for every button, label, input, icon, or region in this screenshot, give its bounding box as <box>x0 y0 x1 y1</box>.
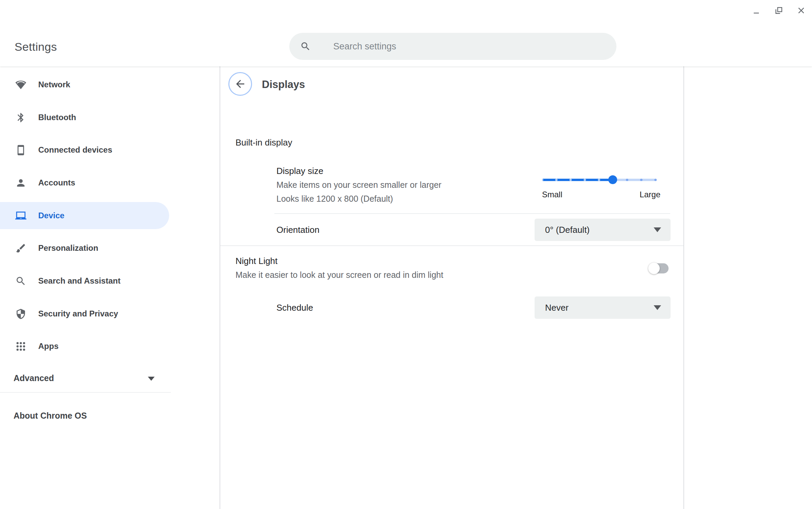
sidebar-divider <box>0 392 171 393</box>
advanced-expander[interactable]: Advanced <box>0 366 171 390</box>
search-icon <box>300 41 311 52</box>
minimize-icon <box>752 6 761 16</box>
schedule-value: Never <box>545 303 568 313</box>
restore-button[interactable] <box>771 3 787 19</box>
slider-ticks <box>542 175 655 184</box>
shield-icon <box>15 308 26 319</box>
orientation-label: Orientation <box>276 225 319 235</box>
section-title: Built-in display <box>235 137 292 148</box>
schedule-label: Schedule <box>276 303 313 313</box>
smartphone-icon <box>15 145 26 156</box>
dropdown-arrow-icon <box>654 305 661 310</box>
sidebar-item-label: Personalization <box>38 243 98 253</box>
sidebar-item-network[interactable]: Network <box>0 71 169 98</box>
sidebar-item-apps[interactable]: Apps <box>0 333 169 360</box>
slider-labels: Small Large <box>542 190 660 199</box>
search-input[interactable] <box>333 33 597 60</box>
minimize-button[interactable] <box>748 3 765 19</box>
person-icon <box>15 177 26 189</box>
search-bar[interactable] <box>289 33 616 60</box>
display-size-resolution: Looks like 1200 x 800 (Default) <box>276 194 393 204</box>
schedule-select[interactable]: Never <box>535 296 671 319</box>
sidebar-item-label: Apps <box>38 341 59 351</box>
sidebar-item-bluetooth[interactable]: Bluetooth <box>0 104 169 131</box>
restore-icon <box>774 6 784 16</box>
display-size-description: Make items on your screen smaller or lar… <box>276 180 442 190</box>
laptop-icon <box>15 210 26 221</box>
sidebar-item-security-and-privacy[interactable]: Security and Privacy <box>0 300 169 327</box>
content-card: Displays Built-in display Display size M… <box>220 66 684 509</box>
settings-window: Settings Network Bluetooth Connected dev… <box>0 0 812 509</box>
bluetooth-icon <box>15 112 26 123</box>
night-light-description: Make it easier to look at your screen or… <box>235 270 443 280</box>
sidebar-item-about-chrome-os[interactable]: About Chrome OS <box>0 404 171 427</box>
page-title: Displays <box>262 79 305 91</box>
sidebar-item-connected-devices[interactable]: Connected devices <box>0 136 169 163</box>
wifi-icon <box>15 79 26 90</box>
advanced-label: Advanced <box>14 373 54 383</box>
sidebar-item-label: Search and Assistant <box>38 276 120 286</box>
app-title: Settings <box>15 40 57 53</box>
sidebar-item-label: Network <box>38 80 70 89</box>
sidebar-item-label: Device <box>38 211 64 220</box>
back-button[interactable] <box>228 72 252 96</box>
sidebar-item-label: Connected devices <box>38 145 112 155</box>
about-label: About Chrome OS <box>14 411 87 421</box>
section-divider <box>220 245 683 246</box>
orientation-select[interactable]: 0° (Default) <box>535 219 671 241</box>
close-icon <box>796 6 806 16</box>
search-icon <box>15 275 26 287</box>
toggle-knob <box>648 263 660 274</box>
orientation-value: 0° (Default) <box>545 225 590 235</box>
sidebar-item-device[interactable]: Device <box>0 202 169 229</box>
sidebar-item-accounts[interactable]: Accounts <box>0 169 169 196</box>
display-size-slider: Small Large <box>542 175 660 199</box>
sidebar-item-search-and-assistant[interactable]: Search and Assistant <box>0 267 169 294</box>
sidebar-item-label: Bluetooth <box>38 113 76 122</box>
slider-rail[interactable] <box>542 175 660 184</box>
header: Settings <box>0 0 812 66</box>
arrow-back-icon <box>234 78 246 90</box>
sidebar-item-label: Security and Privacy <box>38 309 118 318</box>
sidebar: Network Bluetooth Connected devices Acco… <box>0 66 220 509</box>
dropdown-arrow-icon <box>654 227 661 232</box>
sidebar-item-personalization[interactable]: Personalization <box>0 235 169 262</box>
slider-max-label: Large <box>640 190 660 199</box>
window-controls <box>748 3 809 19</box>
chevron-down-icon <box>148 377 155 381</box>
night-light-toggle[interactable] <box>649 263 669 274</box>
night-light-title: Night Light <box>235 256 277 266</box>
page-header <box>228 72 252 96</box>
brush-icon <box>15 243 26 254</box>
row-divider <box>274 213 670 214</box>
display-size-title: Display size <box>276 166 323 176</box>
close-button[interactable] <box>793 3 809 19</box>
sidebar-item-label: Accounts <box>38 178 75 187</box>
slider-min-label: Small <box>542 190 562 199</box>
apps-grid-icon <box>15 341 26 352</box>
